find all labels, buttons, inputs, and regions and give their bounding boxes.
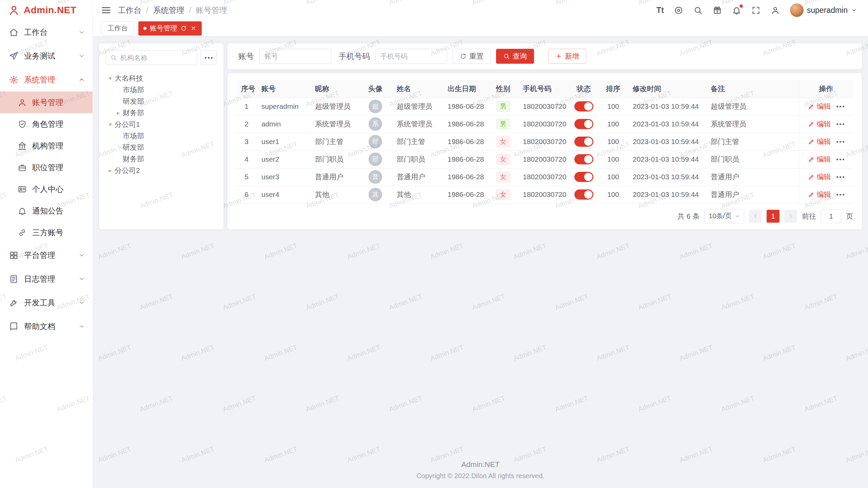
close-icon[interactable]: [190, 25, 197, 32]
sidebar-item-dev-tools[interactable]: 开发工具: [0, 291, 93, 314]
theme-icon[interactable]: [713, 6, 722, 15]
cell-remark: 部门职员: [706, 150, 799, 168]
cell-gender: 女: [488, 168, 518, 186]
main-area: 工作台 / 系统管理 / 账号管理 Tt superadmin: [93, 0, 868, 488]
tree-node[interactable]: ▾大名科技: [106, 73, 217, 84]
edit-button[interactable]: 编辑: [808, 190, 831, 199]
menu-collapse-icon[interactable]: [101, 5, 111, 15]
sidebar-item-role-management[interactable]: 角色管理: [0, 113, 93, 135]
cell-account: user4: [257, 186, 310, 203]
tree-node[interactable]: ▾分公司1: [106, 119, 217, 130]
account-input[interactable]: [264, 52, 327, 61]
tree-node[interactable]: 研发部: [106, 142, 217, 153]
edit-button[interactable]: 编辑: [808, 155, 831, 164]
sidebar-item-platform-management[interactable]: 平台管理: [0, 243, 93, 267]
page-number-button[interactable]: 1: [767, 210, 780, 223]
sidebar-item-label: 日志管理: [24, 274, 73, 284]
user-icon: [18, 98, 27, 107]
cell-gender: 女: [488, 150, 518, 168]
account-field: [259, 49, 331, 64]
chevron-down-icon: [78, 252, 85, 259]
page-size-select[interactable]: 10条/页: [704, 209, 744, 223]
more-actions-button[interactable]: [836, 194, 844, 196]
sidebar-item-workbench[interactable]: 工作台: [0, 20, 93, 44]
avatar: [790, 3, 804, 17]
sidebar-item-system-management[interactable]: 系统管理: [0, 68, 93, 92]
layout-config-icon[interactable]: [674, 6, 683, 15]
sidebar-item-thirdparty-account[interactable]: 三方账号: [0, 222, 93, 243]
sidebar-item-position-management[interactable]: 职位管理: [0, 157, 93, 178]
cell-gender: 男: [488, 115, 518, 133]
more-actions-button[interactable]: [836, 123, 844, 125]
tree-node[interactable]: 市场部: [106, 130, 217, 142]
next-page-button[interactable]: [784, 210, 797, 223]
tab-workbench[interactable]: 工作台: [101, 21, 134, 36]
status-toggle[interactable]: [574, 189, 593, 200]
tree-node[interactable]: 市场部: [106, 84, 217, 96]
search-button[interactable]: 查询: [496, 49, 534, 64]
account-icon[interactable]: [771, 6, 780, 15]
app-logo[interactable]: Admin.NET: [0, 0, 93, 20]
caret-collapsed-icon[interactable]: ▸: [114, 109, 123, 117]
breadcrumb-item[interactable]: 工作台: [118, 5, 141, 16]
gender-badge: 女: [496, 171, 510, 182]
col-header-index: 序号: [236, 80, 257, 98]
tree-node[interactable]: ▸分公司2: [106, 165, 217, 176]
goto-page-input[interactable]: [821, 209, 841, 223]
sidebar-item-org-management[interactable]: 机构管理: [0, 135, 93, 157]
tree-more-button[interactable]: [200, 50, 217, 65]
more-actions-button[interactable]: [836, 159, 844, 160]
search-icon[interactable]: [693, 6, 703, 15]
prev-page-button[interactable]: [749, 210, 762, 223]
more-actions-button[interactable]: [836, 176, 844, 178]
edit-button[interactable]: 编辑: [808, 119, 831, 129]
user-menu[interactable]: superadmin: [790, 3, 857, 17]
status-toggle[interactable]: [574, 154, 593, 164]
phone-input[interactable]: [380, 52, 443, 61]
breadcrumb-item[interactable]: 系统管理: [153, 5, 184, 16]
cell-account: user3: [257, 168, 310, 186]
breadcrumb-separator: /: [146, 6, 148, 15]
tree-node[interactable]: ▸财务部: [106, 107, 217, 119]
cell-remark: 系统管理员: [706, 115, 799, 133]
more-actions-button[interactable]: [836, 141, 844, 143]
fullscreen-icon[interactable]: [751, 6, 761, 15]
status-toggle[interactable]: [574, 119, 593, 129]
refresh-icon[interactable]: [180, 25, 187, 32]
org-search-input[interactable]: [120, 54, 193, 62]
footer-copyright: Copyright © 2022 Dilon All rights reserv…: [99, 472, 862, 480]
sidebar-item-notice-announcement[interactable]: 通知公告: [0, 200, 93, 222]
cell-name: 超级管理员: [392, 98, 443, 115]
cell-name: 其他: [392, 186, 443, 203]
more-actions-button[interactable]: [836, 106, 844, 107]
caret-expanded-icon[interactable]: ▾: [106, 75, 115, 82]
grid-icon: [9, 250, 19, 260]
send-icon: [9, 51, 19, 61]
cell-nickname: 部门主管: [310, 133, 359, 150]
caret-collapsed-icon[interactable]: ▸: [106, 167, 115, 174]
status-toggle[interactable]: [574, 172, 593, 182]
add-button[interactable]: 新增: [548, 49, 586, 64]
status-toggle[interactable]: [574, 101, 593, 111]
tree-node[interactable]: 研发部: [106, 96, 217, 107]
col-header-modified: 修改时间: [628, 80, 706, 98]
cell-birthdate: 1986-06-28: [443, 133, 488, 150]
tab-account-management[interactable]: 账号管理: [138, 21, 202, 36]
status-toggle[interactable]: [574, 137, 593, 147]
sidebar-item-personal-center[interactable]: 个人中心: [0, 178, 93, 200]
caret-expanded-icon[interactable]: ▾: [106, 121, 115, 128]
sidebar-item-business-test[interactable]: 业务测试: [0, 44, 93, 68]
edit-button[interactable]: 编辑: [808, 172, 831, 182]
tree-node[interactable]: 财务部: [106, 153, 217, 165]
sidebar-item-account-management[interactable]: 账号管理: [0, 92, 93, 113]
table-row: 3 user1 部门主管 部 部门主管 1986-06-28 女 1802003…: [236, 133, 853, 150]
font-size-icon[interactable]: Tt: [656, 6, 664, 15]
edit-button[interactable]: 编辑: [808, 102, 831, 111]
reset-button[interactable]: 重置: [453, 49, 491, 64]
sidebar-item-log-management[interactable]: 日志管理: [0, 267, 93, 291]
cell-remark: 部门主管: [706, 133, 799, 150]
edit-button[interactable]: 编辑: [808, 137, 831, 146]
sidebar-item-help-docs[interactable]: 帮助文档: [0, 314, 93, 338]
notification-bell-icon[interactable]: [732, 6, 741, 15]
col-header-birthdate: 出生日期: [443, 80, 488, 98]
